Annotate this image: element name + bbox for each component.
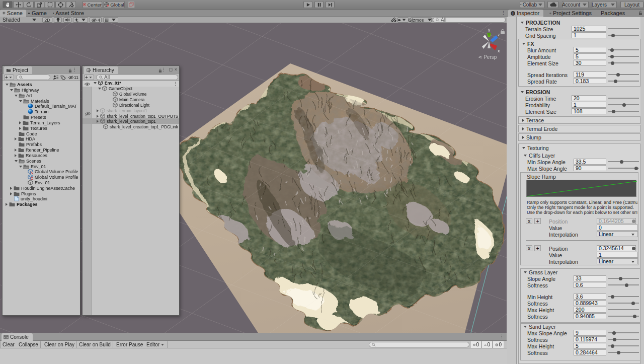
- svg-text:x: x: [498, 48, 500, 53]
- svg-text:y: y: [488, 27, 491, 32]
- svg-text:⋖ Persp: ⋖ Persp: [478, 54, 497, 60]
- svg-text:z: z: [498, 32, 500, 37]
